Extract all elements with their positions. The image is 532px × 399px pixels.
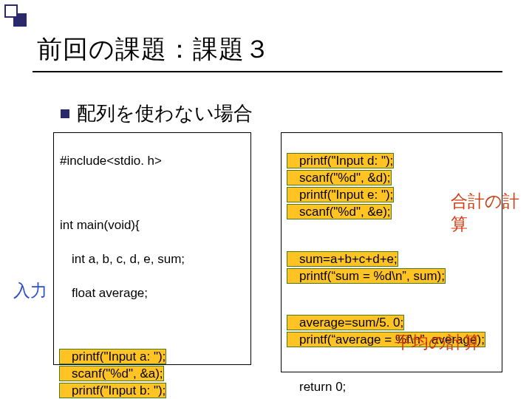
code-line: float average; xyxy=(72,285,245,302)
code-line: printf(“sum = %d\n”, sum); xyxy=(299,269,445,283)
code-line: int main(void){ xyxy=(60,217,245,234)
code-blank xyxy=(60,318,245,332)
code-line: scanf("%d", &e); xyxy=(299,205,391,219)
code-line: average=sum/5. 0; xyxy=(299,316,403,330)
bullet-square-icon xyxy=(61,109,69,118)
code-line: printf("Input a: "); xyxy=(72,349,166,364)
title-underline xyxy=(33,71,502,72)
code-line: sum=a+b+c+d+e; xyxy=(299,252,398,266)
bullet-text: 配列を使わない場合 xyxy=(77,102,253,124)
code-blank xyxy=(60,187,245,200)
code-line: scanf("%d", &d); xyxy=(299,171,391,185)
code-line: int a, b, c, d, e, sum; xyxy=(72,251,245,268)
code-line: scanf("%d", &a); xyxy=(72,366,163,381)
highlight-input-block-2: printf("Input d: "); scanf("%d", &d); pr… xyxy=(287,154,393,219)
bullet-item: 配列を使わない場合 xyxy=(61,100,253,126)
code-block-left: #include<stdio. h> int main(void){ int a… xyxy=(53,132,251,365)
code-line: printf("Input e: "); xyxy=(299,188,393,202)
code-line: return 0; xyxy=(299,379,496,396)
highlight-input-block: printf("Input a: "); scanf("%d", &a); pr… xyxy=(60,349,166,399)
annotation-input: 入力 xyxy=(13,279,47,302)
code-line: #include<stdio. h> xyxy=(60,153,245,170)
highlight-sum-block: sum=a+b+c+d+e; printf(“sum = %d\n”, sum)… xyxy=(287,252,445,283)
code-line: printf("Input b: "); xyxy=(72,383,166,398)
slide-title: 前回の課題：課題３ xyxy=(37,33,270,66)
annotation-sum: 合計の計算 xyxy=(451,190,532,236)
annotation-avg: 平均の計算 xyxy=(395,331,480,354)
code-blank xyxy=(287,285,496,299)
corner-square-outline xyxy=(4,4,18,18)
code-line: printf("Input d: "); xyxy=(299,154,393,168)
